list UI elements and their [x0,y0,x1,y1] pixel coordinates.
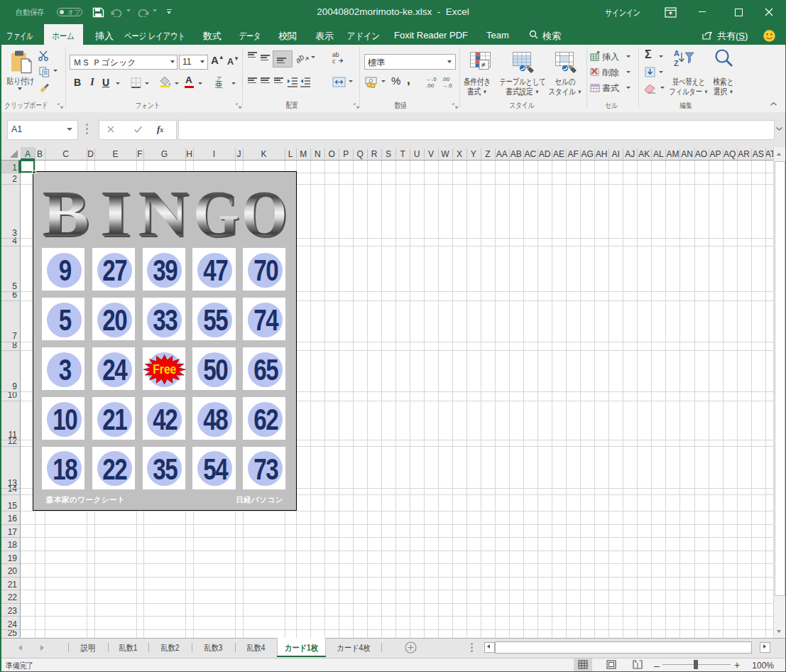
svg-text:A: A [674,49,679,58]
svg-text:→.0: →.0 [442,82,452,88]
svg-text:ab: ab [296,53,305,64]
svg-text:Free: Free [153,362,176,376]
svg-text:←.0: ←.0 [426,76,437,82]
svg-text:N: N [138,177,189,249]
svg-text:.00: .00 [442,76,450,82]
svg-text:≠: ≠ [481,60,486,69]
svg-text:B: B [43,177,89,249]
svg-text:.00: .00 [426,82,435,88]
svg-text:Z: Z [674,59,679,67]
svg-text:I: I [100,177,131,249]
svg-text:c: c [332,58,336,64]
svg-text:O: O [241,177,288,249]
svg-text:G: G [193,177,239,249]
